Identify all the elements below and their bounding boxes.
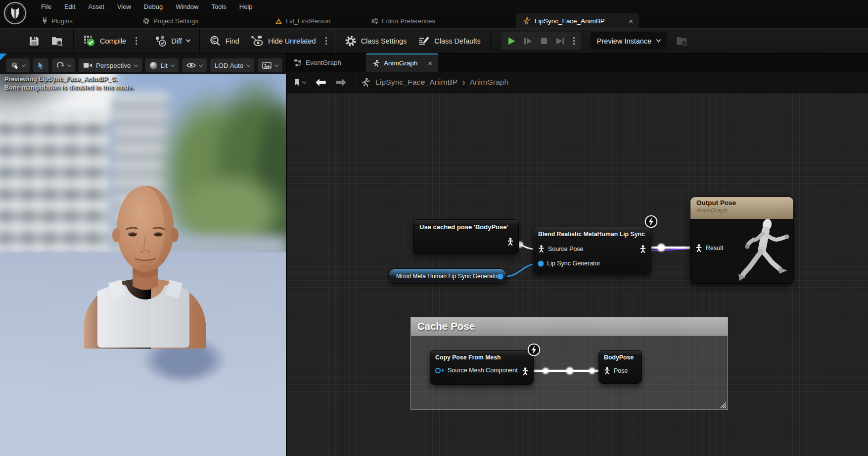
class-settings-label: Class Settings [361, 37, 407, 45]
skip-to-end-button[interactable] [553, 34, 568, 49]
pose-output-pin[interactable] [507, 238, 514, 248]
preview-instance-label: Preview Instance [597, 37, 651, 45]
eventgraph-icon [294, 59, 302, 67]
menu-file[interactable]: File [35, 3, 58, 10]
object-pin-icon [435, 368, 441, 373]
viewport-3d-scene[interactable]: Previewing LipSync_Face_AnimBP_C. Bone m… [0, 74, 286, 456]
tab-lvl-firstperson[interactable]: Lvl_FirstPerson [275, 13, 330, 28]
menu-asset[interactable]: Asset [82, 3, 111, 10]
diff-button[interactable]: Diff [149, 32, 195, 51]
menu-edit[interactable]: Edit [58, 3, 82, 10]
menu-help[interactable]: Help [233, 3, 259, 10]
find-button[interactable]: Find [204, 32, 245, 51]
result-input-pin[interactable]: Result [695, 244, 723, 252]
nav-back-button[interactable] [310, 78, 331, 87]
tab-close-icon[interactable]: × [629, 17, 633, 25]
breadcrumb-current[interactable]: AnimGraph [470, 78, 508, 87]
browse-preview-button[interactable] [670, 32, 694, 51]
animgraph-canvas[interactable]: Cache Pose Use cached pose 'Bod [287, 93, 868, 456]
breadcrumb-divider [356, 75, 356, 89]
diff-label: Diff [171, 37, 182, 45]
chevron-down-icon [171, 62, 175, 66]
asset-tab-bar: Plugins Project Settings Lvl_FirstPerson… [0, 13, 868, 28]
gear-icon [345, 35, 357, 47]
lit-mode-dropdown[interactable]: Lit [145, 58, 179, 72]
viewport-options-dropdown[interactable] [6, 58, 30, 72]
node-title: Use cached pose 'BodyPose' [413, 220, 518, 232]
folder-search-icon [51, 35, 64, 47]
pin-label: Source Pose [548, 246, 584, 253]
chevron-down-icon [67, 62, 71, 66]
tab-editor-preferences[interactable]: Editor Preferences [371, 13, 435, 28]
node-blend-realistic-metahuman-lipsync[interactable]: Blend Realistic MetaHuman Lip Sync Sourc… [533, 227, 651, 274]
toolbar-separator [145, 29, 145, 53]
stop-button[interactable] [537, 34, 551, 49]
class-defaults-button[interactable]: Class Defaults [412, 32, 486, 51]
source-pose-input-pin[interactable]: Source Pose [538, 245, 584, 253]
save-button[interactable] [23, 32, 46, 51]
tab-lvl-firstperson-label: Lvl_FirstPerson [286, 17, 330, 25]
node-bodypose[interactable]: BodyPose Pose [598, 350, 642, 384]
hide-unrelated-button[interactable]: Hide Unrelated [245, 32, 321, 51]
lip-sync-generator-input-pin[interactable]: Lip Sync Generator [538, 260, 600, 267]
node-use-cached-pose[interactable]: Use cached pose 'BodyPose' [413, 219, 519, 254]
animbp-runner-icon [522, 17, 530, 25]
hide-unrelated-options-kebab[interactable] [321, 37, 331, 45]
blueprint-toolbar: Compile Diff Find Hide Unrelated Class S… [0, 28, 868, 53]
pose-output-pin[interactable] [522, 367, 529, 377]
node-copy-pose-from-mesh[interactable]: Copy Pose From Mesh Source Mesh Componen… [430, 350, 534, 385]
node-output-pose[interactable]: Output Pose AnimGraph [690, 197, 794, 284]
show-flags-dropdown[interactable] [182, 58, 207, 72]
menu-tools[interactable]: Tools [205, 3, 232, 10]
compile-options-kebab[interactable] [132, 37, 141, 45]
tab-eventgraph-label: EventGraph [306, 59, 341, 66]
pin-label: Pose [614, 367, 628, 374]
tab-animgraph-label: AnimGraph [384, 59, 417, 67]
node-mood-metahuman-lipsync-generator[interactable]: Mood Meta Human Lip Sync Generator [388, 268, 507, 284]
lod-dropdown[interactable]: LOD Auto [210, 58, 255, 72]
browse-asset-button[interactable] [46, 32, 69, 51]
menu-window[interactable]: Window [169, 3, 205, 10]
toolbar-separator [335, 29, 335, 53]
class-settings-button[interactable]: Class Settings [339, 32, 412, 51]
simulation-controls [502, 32, 581, 50]
menu-view[interactable]: View [111, 3, 137, 10]
simulation-options-kebab[interactable] [569, 37, 579, 45]
hide-unrelated-icon [250, 35, 264, 47]
find-icon [209, 35, 221, 47]
select-tool-button[interactable] [33, 58, 48, 72]
comment-resize-handle[interactable] [719, 401, 727, 408]
bookmarks-dropdown[interactable] [289, 78, 310, 86]
tab-animgraph[interactable]: AnimGraph × [366, 53, 438, 72]
tab-lipsync-face-animbp[interactable]: LipSync_Face_AnimBP × [516, 13, 639, 28]
skip-end-icon [555, 36, 566, 46]
tab-plugins[interactable]: Plugins [42, 13, 73, 28]
level-icon [275, 18, 282, 24]
object-output-pin[interactable] [498, 274, 503, 279]
tab-project-settings[interactable]: Project Settings [142, 13, 198, 28]
rotate-tool-dropdown[interactable] [52, 58, 75, 72]
graph-editor-panel: EventGraph AnimGraph × LipSync_Face_Anim… [286, 53, 868, 456]
tab-eventgraph[interactable]: EventGraph [287, 53, 348, 72]
perspective-dropdown[interactable]: Perspective [79, 58, 142, 72]
comment-header[interactable]: Cache Pose [411, 317, 728, 336]
object-pin-icon [538, 261, 544, 266]
menu-debug[interactable]: Debug [137, 3, 169, 10]
cursor-icon [38, 61, 44, 70]
pose-input-pin[interactable]: Pose [604, 367, 628, 374]
nav-forward-button[interactable] [331, 78, 352, 87]
play-button[interactable] [504, 34, 519, 49]
arrow-left-icon [315, 78, 326, 87]
viewport-toolbar: Perspective Lit LOD Auto [6, 58, 282, 72]
tab-close-icon[interactable]: × [428, 59, 432, 67]
tab-project-settings-label: Project Settings [153, 17, 198, 25]
pin-label: Result [706, 245, 723, 252]
chevron-down-icon [302, 79, 306, 83]
frame-advance-button[interactable] [520, 34, 535, 49]
source-mesh-component-input-pin[interactable]: Source Mesh Component [435, 367, 518, 374]
preview-instance-dropdown[interactable]: Preview Instance [590, 32, 667, 50]
breadcrumb-root[interactable]: LipSync_Face_AnimBP [375, 78, 458, 87]
compile-button[interactable]: Compile [78, 32, 132, 51]
screenshot-settings-dropdown[interactable] [258, 58, 282, 72]
pose-output-pin[interactable] [640, 245, 646, 255]
